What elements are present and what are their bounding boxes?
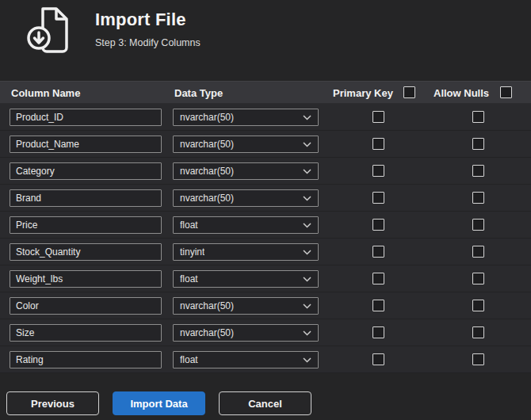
table-row: nvarchar(50) xyxy=(0,185,531,212)
data-type-value: float xyxy=(180,273,198,284)
chevron-down-icon xyxy=(303,250,311,255)
data-type-select[interactable]: float xyxy=(173,216,319,234)
allow-nulls-checkbox[interactable] xyxy=(472,326,484,338)
column-name-input[interactable] xyxy=(10,109,162,126)
data-type-select[interactable]: float xyxy=(173,351,319,368)
primary-key-checkbox[interactable] xyxy=(372,273,384,284)
column-name-input[interactable] xyxy=(10,324,162,342)
previous-button[interactable]: Previous xyxy=(6,391,99,415)
allow-nulls-checkbox[interactable] xyxy=(472,273,484,284)
primary-key-header: Primary Key xyxy=(333,87,393,99)
columns-table: Column Name Data Type Primary Key Allow … xyxy=(0,81,531,373)
allow-nulls-checkbox[interactable] xyxy=(472,111,484,123)
primary-key-select-all-checkbox[interactable] xyxy=(403,86,415,98)
chevron-down-icon xyxy=(303,115,311,120)
table-row: nvarchar(50) xyxy=(0,319,531,346)
data-type-select[interactable]: nvarchar(50) xyxy=(173,324,319,342)
data-type-header: Data Type xyxy=(174,87,223,99)
column-name-input[interactable] xyxy=(10,189,162,207)
primary-key-checkbox[interactable] xyxy=(372,165,384,177)
column-name-header: Column Name xyxy=(11,87,80,99)
data-type-select[interactable]: nvarchar(50) xyxy=(173,297,319,315)
column-name-input[interactable] xyxy=(10,297,162,315)
chevron-down-icon xyxy=(303,196,311,201)
chevron-down-icon xyxy=(303,330,311,336)
import-data-button[interactable]: Import Data xyxy=(113,391,205,415)
data-type-value: tinyint xyxy=(180,246,204,258)
primary-key-checkbox[interactable] xyxy=(372,326,384,338)
page-title: Import File xyxy=(95,10,201,30)
primary-key-checkbox[interactable] xyxy=(372,300,384,311)
chevron-down-icon xyxy=(303,169,311,174)
primary-key-checkbox[interactable] xyxy=(372,246,384,258)
column-name-input[interactable] xyxy=(10,216,162,234)
table-row: nvarchar(50) xyxy=(0,292,531,319)
step-subtitle: Step 3: Modify Columns xyxy=(95,37,201,48)
data-type-select[interactable]: tinyint xyxy=(173,243,319,261)
data-type-value: nvarchar(50) xyxy=(180,193,234,204)
table-row: tinyint xyxy=(0,239,531,265)
column-name-input[interactable] xyxy=(10,351,162,368)
data-type-value: nvarchar(50) xyxy=(180,112,234,123)
data-type-select[interactable]: float xyxy=(173,270,319,288)
data-type-value: float xyxy=(180,220,198,231)
table-row: float xyxy=(0,265,531,292)
chevron-down-icon xyxy=(303,304,311,309)
chevron-down-icon xyxy=(303,142,311,147)
allow-nulls-checkbox[interactable] xyxy=(472,165,484,177)
allow-nulls-checkbox[interactable] xyxy=(472,219,484,231)
data-type-value: float xyxy=(180,354,198,365)
primary-key-checkbox[interactable] xyxy=(372,138,384,150)
data-type-value: nvarchar(50) xyxy=(180,166,234,177)
allow-nulls-checkbox[interactable] xyxy=(472,138,484,150)
table-row: nvarchar(50) xyxy=(0,131,531,158)
primary-key-checkbox[interactable] xyxy=(372,353,384,365)
primary-key-checkbox[interactable] xyxy=(372,219,384,231)
table-body: nvarchar(50) nvarchar(50) nvarchar(50) xyxy=(0,104,531,373)
data-type-select[interactable]: nvarchar(50) xyxy=(173,136,319,153)
allow-nulls-header: Allow Nulls xyxy=(434,87,489,99)
column-name-input[interactable] xyxy=(10,243,162,261)
column-name-input[interactable] xyxy=(10,270,162,288)
table-row: nvarchar(50) xyxy=(0,158,531,185)
primary-key-checkbox[interactable] xyxy=(372,111,384,123)
chevron-down-icon xyxy=(303,277,311,282)
table-header-row: Column Name Data Type Primary Key Allow … xyxy=(0,81,531,104)
data-type-select[interactable]: nvarchar(50) xyxy=(173,109,319,126)
table-row: float xyxy=(0,212,531,239)
header: Import File Step 3: Modify Columns xyxy=(0,0,531,76)
allow-nulls-checkbox[interactable] xyxy=(472,353,484,365)
data-type-value: nvarchar(50) xyxy=(180,139,234,150)
allow-nulls-checkbox[interactable] xyxy=(472,246,484,258)
allow-nulls-checkbox[interactable] xyxy=(472,192,484,204)
data-type-select[interactable]: nvarchar(50) xyxy=(173,162,319,180)
data-type-value: nvarchar(50) xyxy=(180,300,234,311)
chevron-down-icon xyxy=(303,357,311,363)
table-row: nvarchar(50) xyxy=(0,104,531,131)
title-block: Import File Step 3: Modify Columns xyxy=(95,5,201,48)
data-type-select[interactable]: nvarchar(50) xyxy=(173,189,319,207)
chevron-down-icon xyxy=(303,223,311,228)
table-row: float xyxy=(0,346,531,373)
footer-actions: Previous Import Data Cancel xyxy=(6,391,311,415)
data-type-value: nvarchar(50) xyxy=(180,327,234,338)
column-name-input[interactable] xyxy=(10,162,162,180)
primary-key-checkbox[interactable] xyxy=(372,192,384,204)
allow-nulls-checkbox[interactable] xyxy=(472,300,484,311)
allow-nulls-select-all-checkbox[interactable] xyxy=(500,86,512,98)
cancel-button[interactable]: Cancel xyxy=(219,391,311,415)
import-file-download-icon xyxy=(21,5,78,55)
column-name-input[interactable] xyxy=(10,136,162,153)
